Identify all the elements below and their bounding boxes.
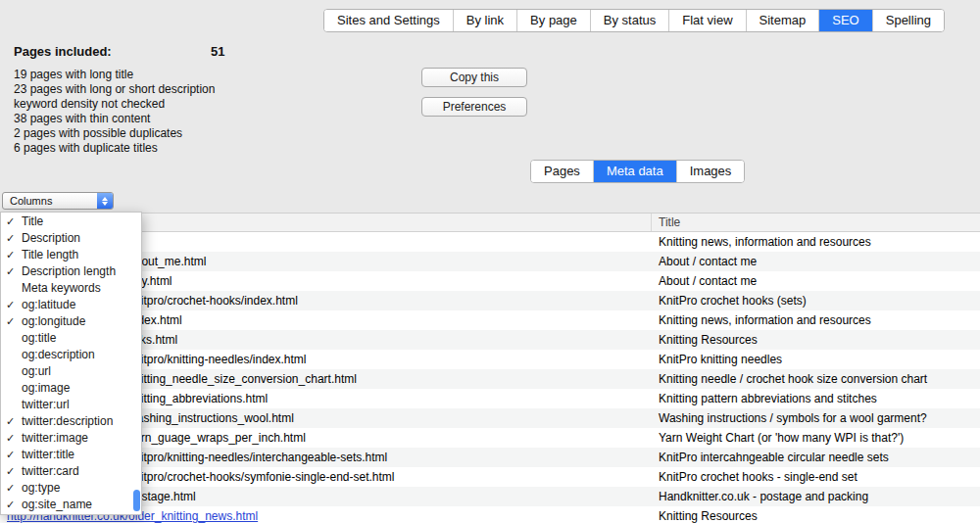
top-tab-sites-and-settings[interactable]: Sites and Settings bbox=[324, 10, 453, 31]
table-body: http://handknitter.co.ukKnitting news, i… bbox=[0, 232, 980, 523]
title-cell: Washing instructions / symbols for a woo… bbox=[652, 411, 980, 425]
table-row[interactable]: http://handknitter.co.uk/index.htmlKnitt… bbox=[0, 310, 980, 330]
stat-line: 38 pages with thin content bbox=[14, 112, 269, 126]
table-row[interactable]: http://handknitter.co.uk/buy.htmlAbout /… bbox=[0, 271, 980, 291]
stats-panel: Pages included: 51 19 pages with long ti… bbox=[14, 44, 269, 156]
table-row[interactable]: http://handknitter.co.uk/knitpro/knittin… bbox=[0, 350, 980, 369]
top-panel: Sites and SettingsBy linkBy pageBy statu… bbox=[0, 0, 980, 213]
menu-item-twitter-description[interactable]: ✓twitter:description bbox=[1, 413, 141, 430]
menu-item-label: Title bbox=[22, 214, 43, 228]
table-row[interactable]: http://handknitter.co.uk/knitpro/crochet… bbox=[0, 467, 980, 487]
stat-line: keyword density not checked bbox=[14, 97, 269, 112]
menu-item-label: Meta keywords bbox=[22, 281, 101, 295]
title-cell: Handknitter.co.uk - postage and packing bbox=[652, 490, 980, 503]
checkmark-icon: ✓ bbox=[6, 297, 15, 313]
table-row[interactable]: http://handknitter.co.uk/washing_instruc… bbox=[0, 408, 980, 428]
top-tab-spelling[interactable]: Spelling bbox=[872, 10, 944, 31]
checkmark-icon: ✓ bbox=[6, 430, 15, 447]
menu-item-og-image[interactable]: og:image bbox=[1, 380, 141, 397]
stat-line: 19 pages with long title bbox=[14, 68, 269, 82]
stat-line: 6 pages with duplicate titles bbox=[14, 141, 269, 156]
menu-item-twitter-image[interactable]: ✓twitter:image bbox=[1, 430, 141, 447]
checkmark-icon: ✓ bbox=[6, 247, 15, 263]
menu-item-meta-keywords[interactable]: Meta keywords bbox=[1, 280, 141, 297]
menu-item-description-length[interactable]: ✓Description length bbox=[1, 263, 141, 280]
stats-header: Pages included: 51 bbox=[14, 44, 269, 59]
popup-arrows-icon bbox=[97, 193, 113, 209]
menu-item-og-url[interactable]: og:url bbox=[1, 363, 141, 380]
menu-item-label: og:type bbox=[22, 481, 60, 495]
title-cell: About / contact me bbox=[652, 255, 980, 268]
checkmark-icon: ✓ bbox=[6, 313, 15, 330]
menu-item-og-title[interactable]: og:title bbox=[1, 330, 141, 347]
menu-item-og-description[interactable]: og:description bbox=[1, 347, 141, 363]
checkmark-icon: ✓ bbox=[6, 480, 15, 497]
menu-item-label: Title length bbox=[22, 248, 78, 262]
stat-line: 23 pages with long or short description bbox=[14, 82, 269, 97]
menu-item-title[interactable]: ✓Title bbox=[1, 214, 141, 230]
top-tab-seo[interactable]: SEO bbox=[818, 10, 871, 31]
menu-item-label: twitter:image bbox=[22, 431, 88, 445]
menu-item-label: Description length bbox=[22, 264, 116, 278]
menu-scrollbar-thumb[interactable] bbox=[133, 490, 140, 511]
top-tab-flat-view[interactable]: Flat view bbox=[668, 10, 745, 31]
title-cell: Knitting news, information and resources bbox=[652, 235, 980, 249]
preferences-button[interactable]: Preferences bbox=[421, 97, 527, 117]
menu-item-label: twitter:title bbox=[22, 448, 74, 461]
menu-item-description[interactable]: ✓Description bbox=[1, 230, 141, 247]
checkmark-icon: ✓ bbox=[6, 463, 15, 480]
menu-item-og-latitude[interactable]: ✓og:latitude bbox=[1, 297, 141, 313]
menu-item-twitter-url[interactable]: twitter:url bbox=[1, 397, 141, 413]
view-tab-meta-data[interactable]: Meta data bbox=[593, 161, 676, 182]
menu-item-label: og:image bbox=[22, 381, 70, 395]
menu-item-twitter-card[interactable]: ✓twitter:card bbox=[1, 463, 141, 480]
table-row[interactable]: http://handknitter.co.uk/links.htmlKnitt… bbox=[0, 330, 980, 350]
menu-item-label: og:title bbox=[22, 331, 56, 345]
stat-line: 2 pages with possible duplicates bbox=[14, 126, 269, 141]
title-cell: Knitting pattern abbreviations and stitc… bbox=[652, 392, 980, 405]
table-row[interactable]: http://handknitter.co.uk/knitpro/knittin… bbox=[0, 448, 980, 467]
column-header-title[interactable]: Title bbox=[652, 214, 980, 231]
table-row[interactable]: http://handknitter.co.uk/older_knitting_… bbox=[0, 506, 980, 523]
copy-this-button[interactable]: Copy this bbox=[421, 68, 527, 87]
top-tab-sitemap[interactable]: Sitemap bbox=[746, 10, 819, 31]
results-table: Title http://handknitter.co.ukKnitting n… bbox=[0, 213, 980, 523]
top-tab-bar: Sites and SettingsBy linkBy pageBy statu… bbox=[323, 9, 945, 32]
menu-item-og-type[interactable]: ✓og:type bbox=[1, 480, 141, 497]
table-row[interactable]: http://handknitter.co.uk/knitting_needle… bbox=[0, 369, 980, 389]
top-tab-by-link[interactable]: By link bbox=[453, 10, 516, 31]
top-tab-by-page[interactable]: By page bbox=[516, 10, 590, 31]
menu-item-label: og:latitude bbox=[22, 298, 75, 311]
menu-item-label: og:description bbox=[22, 348, 95, 361]
checkmark-icon: ✓ bbox=[6, 263, 15, 280]
view-tab-bar: PagesMeta dataImages bbox=[530, 160, 745, 183]
stats-lines: 19 pages with long title23 pages with lo… bbox=[14, 68, 269, 156]
menu-item-twitter-title[interactable]: ✓twitter:title bbox=[1, 447, 141, 463]
view-tab-images[interactable]: Images bbox=[676, 161, 745, 182]
checkmark-icon: ✓ bbox=[6, 413, 15, 430]
app-window: Sites and SettingsBy linkBy pageBy statu… bbox=[0, 0, 980, 523]
checkmark-icon: ✓ bbox=[6, 497, 15, 513]
menu-item-title-length[interactable]: ✓Title length bbox=[1, 247, 141, 263]
title-cell: Knitting Resources bbox=[652, 333, 980, 347]
stats-heading: Pages included: bbox=[14, 44, 112, 59]
checkmark-icon: ✓ bbox=[6, 447, 15, 463]
table-row[interactable]: http://handknitter.co.uk/knitpro/crochet… bbox=[0, 291, 980, 310]
table-row[interactable]: http://handknitter.co.ukKnitting news, i… bbox=[0, 232, 980, 252]
columns-dropdown-button[interactable]: Columns bbox=[2, 192, 114, 210]
title-cell: Yarn Weight Chart (or 'how many WPI is t… bbox=[652, 431, 980, 445]
title-cell: KnitPro crochet hooks - single-end set bbox=[652, 470, 980, 484]
title-cell: Knitting news, information and resources bbox=[652, 313, 980, 327]
table-row[interactable]: http://handknitter.co.uk/knitting_abbrev… bbox=[0, 389, 980, 408]
menu-item-og-longitude[interactable]: ✓og:longitude bbox=[1, 313, 141, 330]
menu-item-label: og:site_name bbox=[22, 498, 92, 511]
view-tab-pages[interactable]: Pages bbox=[531, 161, 593, 182]
top-tab-by-status[interactable]: By status bbox=[590, 10, 668, 31]
columns-menu-items: ✓Title✓Description✓Title length✓Descript… bbox=[1, 214, 141, 513]
table-row[interactable]: http://handknitter.co.uk/about_me.htmlAb… bbox=[0, 252, 980, 271]
table-row[interactable]: http://handknitter.co.uk/yarn_guage_wrap… bbox=[0, 428, 980, 448]
title-cell: KnitPro crochet hooks (sets) bbox=[652, 294, 980, 308]
columns-menu: ✓Title✓Description✓Title length✓Descript… bbox=[0, 212, 142, 515]
table-row[interactable]: http://handknitter.co.uk/postage.htmlHan… bbox=[0, 487, 980, 506]
menu-item-og-site-name[interactable]: ✓og:site_name bbox=[1, 497, 141, 513]
